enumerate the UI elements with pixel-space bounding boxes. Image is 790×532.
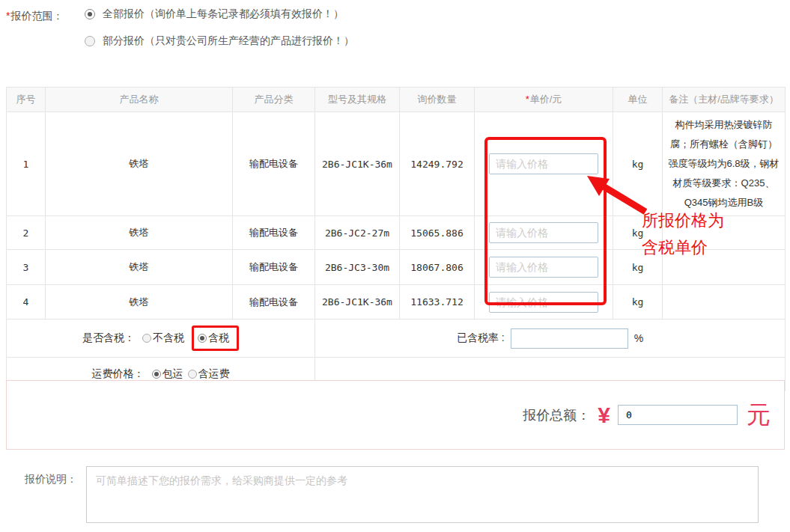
tax-rate-input[interactable] xyxy=(511,328,628,349)
total-amount-input[interactable] xyxy=(618,405,738,425)
cell-unit: kg xyxy=(613,250,663,285)
table-row: 2 铁塔 输配电设备 2B6-JC2-27m 15065.886 kg xyxy=(7,216,786,250)
cell-model: 2B6-JC1K-36m xyxy=(315,112,400,216)
table-row: 1 铁塔 输配电设备 2B6-JC1K-36m 14249.792 kg 构件均… xyxy=(7,112,786,216)
radio-tax-included[interactable] xyxy=(198,334,207,343)
table-row: 3 铁塔 输配电设备 2B6-JC3-30m 18067.806 kg xyxy=(7,250,786,285)
cell-price xyxy=(475,285,613,319)
tax-row: 是否含税： 不含税 含税 xyxy=(7,319,786,358)
cell-product-name: 铁塔 xyxy=(46,216,233,250)
cell-model: 2B6-JC3-30m xyxy=(315,250,400,285)
cell-no: 4 xyxy=(7,285,46,319)
radio-partial-quote[interactable] xyxy=(85,36,95,46)
scope-option-all[interactable]: 全部报价（询价单上每条记录都必须填有效报价！） xyxy=(85,7,344,21)
cell-model: 2B6-JC1K-36m xyxy=(315,285,400,319)
radio-freight-extra[interactable] xyxy=(188,370,197,379)
cell-price xyxy=(475,112,613,216)
quote-form-page: *报价范围： 全部报价（询价单上每条记录都必须填有效报价！） 部分报价（只对贵公… xyxy=(0,0,790,532)
cell-remark: 构件均采用热浸镀锌防腐；所有螺栓（含脚钉）强度等级均为6.8级，钢材材质等级要求… xyxy=(663,112,786,216)
quote-scope-label: *报价范围： xyxy=(6,10,63,23)
note-label: 报价说明： xyxy=(25,473,77,486)
required-asterisk: * xyxy=(6,10,10,22)
header-qty: 询价数量 xyxy=(400,88,475,112)
quote-total-section: 报价总额： ¥ 元 xyxy=(6,380,785,450)
header-category: 产品分类 xyxy=(233,88,315,112)
cell-category: 输配电设备 xyxy=(233,285,315,319)
scope-option-partial-label: 部分报价（只对贵公司所生产经营的产品进行报价！） xyxy=(103,34,354,48)
radio-all-quote[interactable] xyxy=(85,9,95,19)
tax-option-excluded[interactable]: 不含税 xyxy=(142,331,184,345)
freight-label: 运费价格： xyxy=(92,367,145,381)
cell-product-name: 铁塔 xyxy=(46,250,233,285)
freight-option-included[interactable]: 包运 xyxy=(152,367,183,381)
price-input-1[interactable] xyxy=(489,153,598,174)
freight-option-extra[interactable]: 含运费 xyxy=(188,367,230,381)
cell-remark xyxy=(663,250,786,285)
cell-unit: kg xyxy=(613,216,663,250)
cell-category: 输配电设备 xyxy=(233,250,315,285)
cell-no: 3 xyxy=(7,250,46,285)
tax-label: 是否含税： xyxy=(82,331,135,345)
radio-tax-excluded[interactable] xyxy=(142,334,151,343)
table-header-row: 序号 产品名称 产品分类 型号及其规格 询价数量 *单价/元 单位 备注（主材/… xyxy=(7,88,786,112)
cell-model: 2B6-JC2-27m xyxy=(315,216,400,250)
price-input-3[interactable] xyxy=(489,257,598,278)
header-price: *单价/元 xyxy=(475,88,613,112)
cell-qty: 11633.712 xyxy=(400,285,475,319)
header-unit: 单位 xyxy=(613,88,663,112)
cell-remark xyxy=(663,216,786,250)
quote-table: 序号 产品名称 产品分类 型号及其规格 询价数量 *单价/元 单位 备注（主材/… xyxy=(6,87,786,391)
cell-remark xyxy=(663,285,786,319)
cell-product-name: 铁塔 xyxy=(46,112,233,216)
cell-no: 1 xyxy=(7,112,46,216)
cell-unit: kg xyxy=(613,112,663,216)
header-no: 序号 xyxy=(7,88,46,112)
header-name: 产品名称 xyxy=(46,88,233,112)
cell-qty: 18067.806 xyxy=(400,250,475,285)
quote-note-textarea[interactable] xyxy=(86,466,759,523)
tax-option-included[interactable]: 含税 xyxy=(198,331,229,345)
header-model: 型号及其规格 xyxy=(315,88,400,112)
tax-included-highlight-box: 含税 xyxy=(192,325,239,351)
price-input-4[interactable] xyxy=(489,292,598,313)
cell-product-name: 铁塔 xyxy=(46,285,233,319)
tax-rate-label: 已含税率 : xyxy=(457,331,505,345)
cell-qty: 14249.792 xyxy=(400,112,475,216)
price-input-2[interactable] xyxy=(489,222,598,243)
table-row: 4 铁塔 输配电设备 2B6-JC1K-36m 11633.712 kg xyxy=(7,285,786,319)
scope-option-partial[interactable]: 部分报价（只对贵公司所生产经营的产品进行报价！） xyxy=(85,34,354,48)
total-label: 报价总额： xyxy=(523,406,590,424)
cell-unit: kg xyxy=(613,285,663,319)
tax-rate-unit: % xyxy=(634,332,643,344)
currency-yuan-icon: ¥ xyxy=(598,403,610,428)
cell-price xyxy=(475,250,613,285)
radio-freight-included[interactable] xyxy=(152,370,161,379)
cell-no: 2 xyxy=(7,216,46,250)
total-unit-label: 元 xyxy=(747,399,771,432)
cell-category: 输配电设备 xyxy=(233,112,315,216)
scope-option-all-label: 全部报价（询价单上每条记录都必须填有效报价！） xyxy=(103,7,344,21)
header-remark: 备注（主材/品牌等要求） xyxy=(663,88,786,112)
cell-qty: 15065.886 xyxy=(400,216,475,250)
cell-price xyxy=(475,216,613,250)
cell-category: 输配电设备 xyxy=(233,216,315,250)
